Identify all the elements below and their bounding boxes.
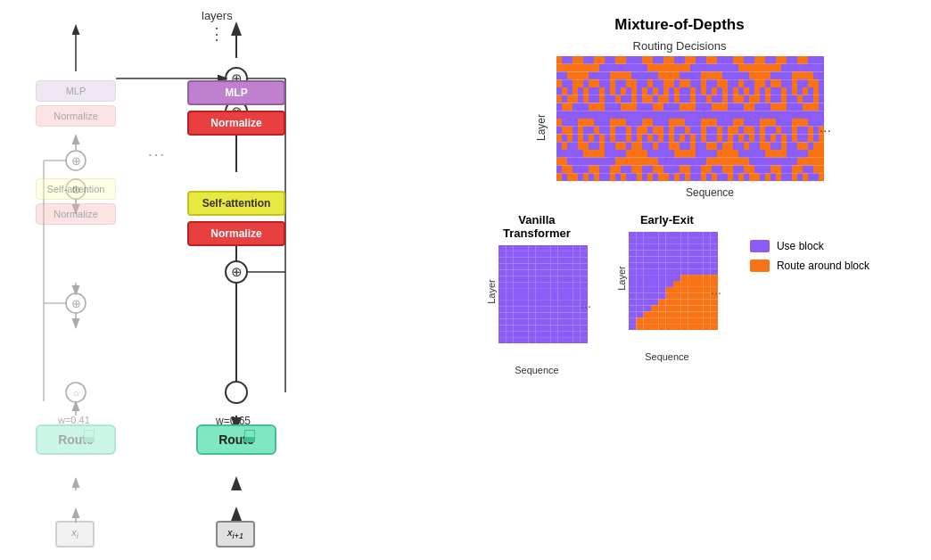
route-around-label: Route around block bbox=[777, 259, 869, 272]
left-diagram: ⊕ ⊗ ⊕ ○ ⊕ ⊗ bbox=[9, 9, 419, 551]
early-exit-axis-layer: Layer bbox=[616, 266, 627, 291]
faded-norm1: Normalize bbox=[36, 105, 116, 127]
main-route-bar bbox=[244, 430, 255, 442]
layers-label-wrap: layers ⋮ bbox=[202, 9, 233, 44]
early-exit-wrap: Early-Exit Layer ... Sequence bbox=[609, 213, 725, 362]
bottom-row: Vanilla Transformer Layer ... Sequence E… bbox=[437, 213, 922, 375]
early-exit-heatmap bbox=[629, 232, 718, 330]
svg-point-5 bbox=[66, 293, 86, 313]
early-exit-dots: ... bbox=[711, 283, 721, 297]
routing-decisions-label: Routing Decisions bbox=[437, 39, 922, 53]
main-route-box: Route bbox=[196, 424, 276, 455]
early-exit-title: Early-Exit bbox=[640, 213, 694, 226]
faded-route-box: Route bbox=[36, 424, 116, 455]
svg-point-22 bbox=[226, 382, 247, 403]
main-transformer: MLP Normalize Self-attention Normalize bbox=[187, 80, 285, 246]
early-exit-heatmap-container: Layer ... bbox=[609, 232, 725, 348]
vanilla-axis-sequence: Sequence bbox=[515, 365, 559, 375]
big-dots: ... bbox=[820, 119, 831, 136]
vanilla-title: Vanilla Transformer bbox=[503, 213, 571, 240]
svg-point-19 bbox=[226, 261, 247, 283]
vanilla-transformer-wrap: Vanilla Transformer Layer ... Sequence bbox=[479, 213, 595, 375]
dots-label: ⋮ bbox=[202, 24, 233, 44]
legend: Use block Route around block bbox=[739, 231, 880, 281]
big-axis-sequence: Sequence bbox=[686, 186, 734, 199]
svg-text:⊕: ⊕ bbox=[231, 264, 243, 279]
route-around-swatch bbox=[750, 259, 770, 272]
faded-route-bar bbox=[84, 430, 95, 442]
main-norm1: Normalize bbox=[187, 111, 285, 136]
use-block-swatch bbox=[750, 240, 770, 252]
faded-xi-box: xi bbox=[55, 521, 95, 548]
vanilla-axis-layer: Layer bbox=[486, 279, 497, 304]
big-heatmap bbox=[556, 56, 824, 181]
main-container: ⊕ ⊗ ⊕ ○ ⊕ ⊗ bbox=[0, 0, 931, 560]
vanilla-dots: ... bbox=[581, 296, 591, 310]
main-attn: Self-attention bbox=[187, 191, 285, 216]
main-norm2: Normalize bbox=[187, 221, 285, 246]
faded-norm2: Normalize bbox=[36, 203, 116, 225]
big-axis-layer: Layer bbox=[535, 114, 548, 141]
faded-transformer: MLP Normalize Self-attention Normalize bbox=[36, 80, 116, 225]
right-title: Mixture-of-Depths bbox=[437, 16, 922, 34]
vanilla-heatmap bbox=[498, 245, 588, 343]
early-exit-axis-sequence: Sequence bbox=[645, 351, 689, 362]
faded-attn: Self-attention bbox=[36, 178, 116, 200]
svg-point-10 bbox=[66, 383, 86, 402]
big-heatmap-container: Layer Sequence ... bbox=[528, 56, 831, 199]
svg-text:⋯: ⋯ bbox=[147, 144, 165, 164]
faded-mlp: MLP bbox=[36, 80, 116, 102]
right-diagram: Mixture-of-Depths Routing Decisions Laye… bbox=[419, 9, 922, 551]
legend-use-block: Use block bbox=[750, 240, 869, 252]
use-block-label: Use block bbox=[777, 240, 824, 252]
main-mlp: MLP bbox=[187, 80, 285, 105]
main-xi-box: xi+1 bbox=[216, 521, 255, 548]
layers-label: layers bbox=[202, 9, 233, 22]
vanilla-heatmap-container: Layer ... bbox=[479, 245, 595, 361]
svg-text:⊕: ⊕ bbox=[71, 297, 81, 310]
legend-route-around: Route around block bbox=[750, 259, 869, 272]
svg-text:○: ○ bbox=[73, 388, 79, 399]
